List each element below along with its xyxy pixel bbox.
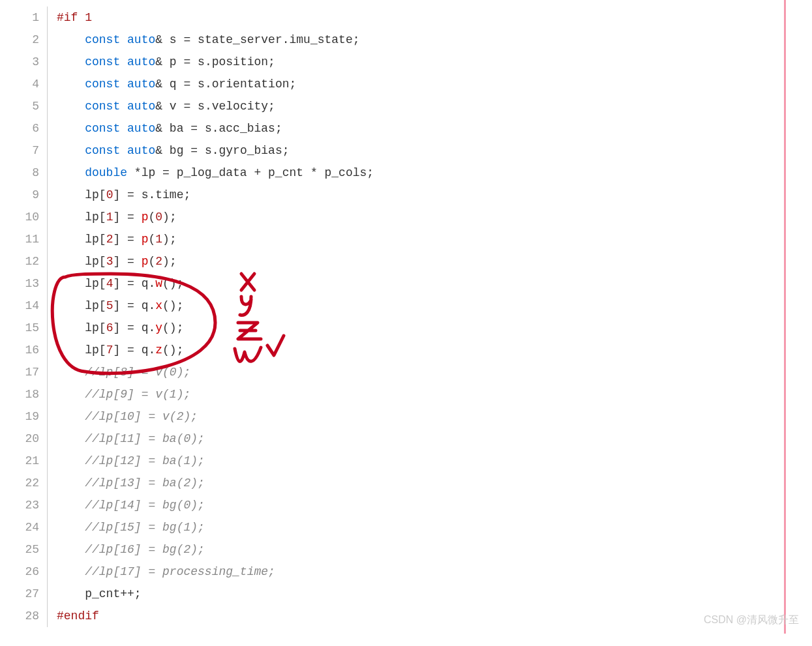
line-number: 7 (0, 139, 39, 162)
line-number: 22 (0, 472, 39, 494)
code-line: //lp[9] = v(1); (57, 383, 812, 405)
line-number: 27 (0, 583, 39, 605)
line-number: 25 (0, 538, 39, 561)
line-number: 5 (0, 95, 39, 117)
code-line: lp[6] = q.y(); (57, 317, 812, 339)
line-number: 18 (0, 383, 39, 405)
watermark: CSDN @清风微升至 (704, 613, 799, 627)
code-line: lp[2] = p(1); (57, 228, 812, 250)
line-number: 2 (0, 29, 39, 51)
code-line: double *lp = p_log_data + p_cnt * p_cols… (57, 162, 812, 184)
code-line: const auto& q = s.orientation; (57, 73, 812, 95)
code-line: lp[7] = q.z(); (57, 339, 812, 361)
line-number: 11 (0, 228, 39, 250)
code-line: lp[5] = q.x(); (57, 295, 812, 317)
line-number: 17 (0, 361, 39, 383)
code-line: //lp[8] = v(0); (57, 361, 812, 383)
line-number: 12 (0, 250, 39, 272)
scroll-indicator (784, 0, 786, 634)
code-line: //lp[15] = bg(1); (57, 516, 812, 538)
code-lines: #if 1 const auto& s = state_server.imu_s… (48, 7, 812, 627)
code-line: p_cnt++; (57, 583, 812, 605)
line-number: 23 (0, 494, 39, 516)
line-number: 16 (0, 339, 39, 361)
line-number-gutter: 1234567891011121314151617181920212223242… (0, 7, 48, 627)
code-line: //lp[11] = ba(0); (57, 428, 812, 450)
code-line: const auto& p = s.position; (57, 51, 812, 73)
line-number: 4 (0, 73, 39, 95)
code-line: lp[1] = p(0); (57, 206, 812, 228)
line-number: 6 (0, 117, 39, 139)
line-number: 1 (0, 7, 39, 29)
line-number: 15 (0, 317, 39, 339)
line-number: 20 (0, 428, 39, 450)
code-line: //lp[10] = v(2); (57, 405, 812, 428)
line-number: 10 (0, 206, 39, 228)
line-number: 14 (0, 295, 39, 317)
code-line: //lp[14] = bg(0); (57, 494, 812, 516)
code-line: //lp[12] = ba(1); (57, 450, 812, 472)
line-number: 13 (0, 272, 39, 295)
code-line: const auto& ba = s.acc_bias; (57, 117, 812, 139)
code-line: #endif (57, 605, 812, 627)
line-number: 24 (0, 516, 39, 538)
code-line: lp[0] = s.time; (57, 184, 812, 206)
line-number: 3 (0, 51, 39, 73)
code-line: //lp[13] = ba(2); (57, 472, 812, 494)
line-number: 19 (0, 405, 39, 428)
code-line: const auto& v = s.velocity; (57, 95, 812, 117)
line-number: 26 (0, 561, 39, 583)
code-block: 1234567891011121314151617181920212223242… (0, 0, 812, 634)
line-number: 9 (0, 184, 39, 206)
code-line: lp[3] = p(2); (57, 250, 812, 272)
line-number: 8 (0, 162, 39, 184)
code-line: lp[4] = q.w(); (57, 272, 812, 295)
code-line: const auto& s = state_server.imu_state; (57, 29, 812, 51)
code-line: const auto& bg = s.gyro_bias; (57, 139, 812, 162)
line-number: 21 (0, 450, 39, 472)
code-line: //lp[17] = processing_time; (57, 561, 812, 583)
code-line: #if 1 (57, 7, 812, 29)
code-line: //lp[16] = bg(2); (57, 538, 812, 561)
line-number: 28 (0, 605, 39, 627)
